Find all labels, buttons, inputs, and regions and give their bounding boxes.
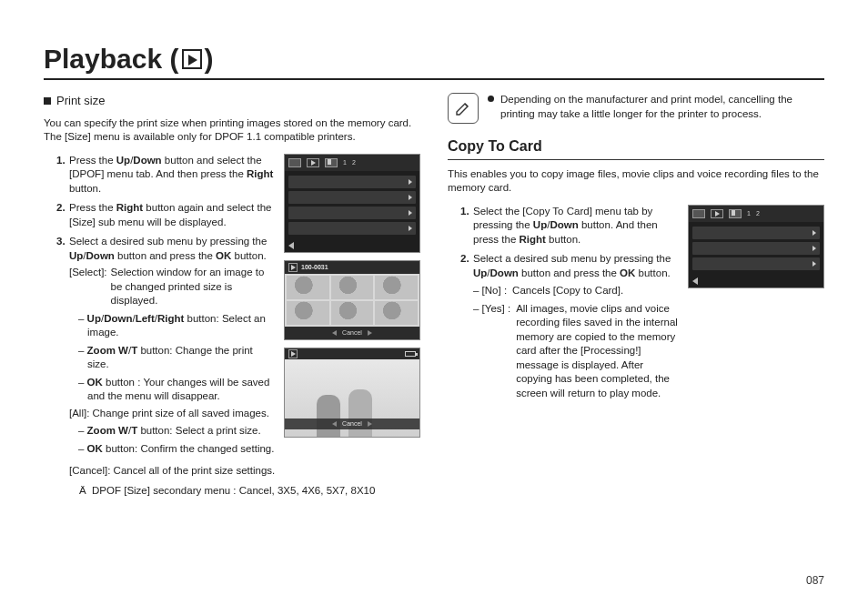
- right-arrow-icon: [368, 330, 372, 336]
- square-bullet-icon: [44, 97, 51, 105]
- dpof-menu-screen: 1 2: [284, 154, 420, 253]
- page-number: 087: [806, 574, 824, 587]
- print-size-label: Print size: [56, 93, 105, 109]
- image-grid-screen: 100-0031 Cancel: [284, 260, 420, 340]
- print-size-steps: 1. Press the Up/Down button and select t…: [44, 154, 275, 457]
- thumbnail: [375, 301, 418, 325]
- all-label: [All]: Change print size of all saved im…: [69, 407, 275, 421]
- playback-mode-icon: [180, 49, 204, 69]
- speaker-tab-icon: [729, 209, 742, 218]
- tab-icon: [288, 158, 301, 167]
- play-small-icon: [288, 349, 298, 358]
- bullet-icon: [488, 96, 494, 102]
- play-tab-icon: [711, 209, 723, 218]
- folder-id: 100-0031: [301, 263, 328, 271]
- tip-box: Depending on the manufacturer and print …: [448, 93, 824, 124]
- print-size-heading: Print size: [44, 93, 420, 109]
- tab-1-icon: 1: [343, 158, 347, 166]
- note-pencil-icon: [448, 93, 479, 124]
- right-column: Depending on the manufacturer and print …: [448, 93, 824, 498]
- ok2-line: – OK button: Confirm the changed setting…: [69, 442, 275, 457]
- menu-row: [692, 242, 820, 255]
- tip-text: Depending on the manufacturer and print …: [500, 94, 792, 119]
- menu-row: [692, 227, 820, 239]
- cancel-label: Cancel: [342, 328, 362, 337]
- no-option: – [No] : Cancels [Copy to Card].: [473, 284, 679, 298]
- thumbnail: [331, 301, 374, 325]
- thumbnail: [287, 276, 329, 299]
- menu-row: [288, 191, 416, 204]
- title-suffix: ): [204, 44, 213, 75]
- back-icon: [288, 242, 294, 249]
- back-icon: [692, 277, 698, 285]
- play-small-icon: [288, 263, 298, 272]
- title-prefix: Playback (: [44, 44, 178, 75]
- battery-icon: [405, 351, 416, 357]
- copy-intro: This enables you to copy image files, mo…: [448, 167, 824, 196]
- step-3: 3. Select a desired sub menu by pressing…: [56, 235, 275, 456]
- photo-subject: [348, 389, 372, 437]
- zoom2-line: – Zoom W/T button: Select a print size.: [69, 424, 275, 439]
- menu-row: [288, 176, 416, 188]
- page-title: Playback ( ): [44, 44, 824, 80]
- copy-step-2: 2. Select a desired sub menu by pressing…: [460, 252, 679, 400]
- menu-row: [692, 257, 820, 270]
- ok-line: – OK button : Your changes will be saved…: [69, 376, 275, 404]
- left-screenshots: 1 2 100-0031: [284, 154, 420, 462]
- cancel-label-line: [Cancel]: Cancel all of the print size s…: [69, 464, 420, 479]
- copy-steps: 1. Select the [Copy To Card] menu tab by…: [448, 205, 679, 401]
- step-2: 2. Press the Right button again and sele…: [56, 201, 275, 229]
- yes-option: – [Yes] : All images, movie clips and vo…: [473, 302, 679, 401]
- menu-row: [288, 207, 416, 219]
- copy-menu-screen: 1 2: [688, 205, 824, 288]
- thumbnail: [331, 276, 374, 299]
- left-arrow-icon: [332, 330, 337, 336]
- right-arrow-icon: [368, 421, 372, 427]
- thumbnail: [287, 301, 329, 325]
- single-photo-screen: Cancel: [284, 348, 420, 438]
- cancel-label: Cancel: [342, 419, 362, 428]
- dpof-note: Ä DPOF [Size] secondary menu : Cancel, 3…: [69, 484, 420, 499]
- nav-buttons-line: – Up/Down/Left/Right button: Select an i…: [69, 312, 275, 340]
- speaker-tab-icon: [325, 158, 338, 167]
- select-block: [Select]: Selection window for an image …: [69, 266, 275, 308]
- tab-icon: [692, 209, 705, 218]
- menu-row: [288, 222, 416, 235]
- zoom-line: – Zoom W/T button: Change the print size…: [69, 344, 275, 372]
- tab-2-icon: 2: [756, 209, 760, 217]
- play-tab-icon: [307, 158, 319, 167]
- copy-to-card-heading: Copy To Card: [448, 136, 824, 160]
- tab-1-icon: 1: [747, 209, 751, 217]
- print-size-intro: You can specify the print size when prin…: [44, 116, 420, 145]
- thumbnail: [375, 276, 418, 299]
- photo-subject: [317, 395, 340, 437]
- tab-2-icon: 2: [352, 158, 356, 166]
- copy-step-1: 1. Select the [Copy To Card] menu tab by…: [460, 205, 679, 247]
- step-1: 1. Press the Up/Down button and select t…: [56, 154, 275, 197]
- left-column: Print size You can specify the print siz…: [44, 93, 420, 498]
- left-arrow-icon: [332, 421, 337, 427]
